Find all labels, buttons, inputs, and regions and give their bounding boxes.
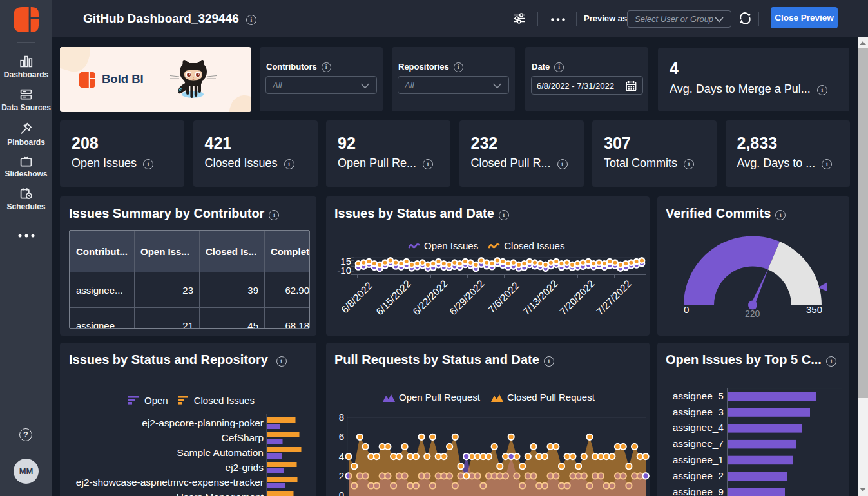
svg-text:7/13/2022: 7/13/2022 xyxy=(521,278,560,318)
svg-text:6/29/2022: 6/29/2022 xyxy=(447,278,487,318)
svg-text:6/15/2022: 6/15/2022 xyxy=(374,278,413,318)
svg-text:7/20/2022: 7/20/2022 xyxy=(557,278,597,318)
svg-text:6/8/2022: 6/8/2022 xyxy=(339,280,374,316)
svg-text:7/6/2022: 7/6/2022 xyxy=(486,280,521,316)
svg-text:7/27/2022: 7/27/2022 xyxy=(594,278,633,318)
svg-text:6/22/2022: 6/22/2022 xyxy=(410,278,450,318)
